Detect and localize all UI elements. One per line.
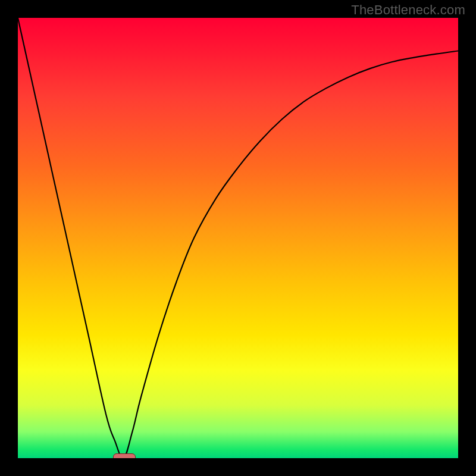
minimum-marker	[113, 453, 136, 458]
watermark-text: TheBottleneck.com	[351, 2, 465, 18]
chart-frame: TheBottleneck.com	[0, 0, 476, 476]
bottleneck-curve	[18, 18, 458, 458]
plot-area	[18, 18, 458, 458]
